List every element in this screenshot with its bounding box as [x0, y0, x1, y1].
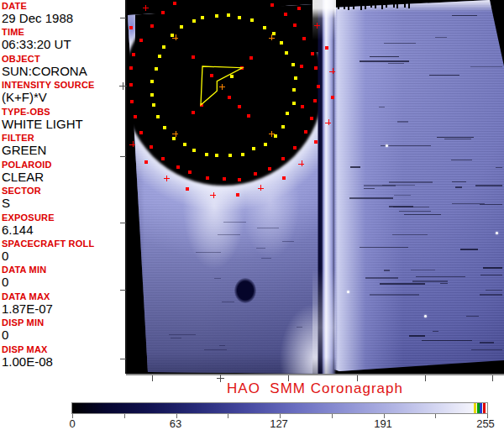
meta-label: DATA MAX [2, 291, 124, 302]
meta-value: 1.87E-07 [2, 302, 124, 316]
meta-entry: FILTERGREEN [2, 133, 124, 159]
meta-value: S [2, 197, 124, 210]
meta-entry: EXPOSURE6.144 [2, 212, 124, 239]
meta-value: WHITE LIGHT [2, 118, 124, 131]
colorbar-tick-label: 0 [69, 417, 75, 430]
sun-center-axis-marker [123, 82, 123, 90]
colorbar-tick [228, 414, 228, 418]
meta-label: INTENSITY SOURCE [2, 80, 124, 90]
image-frame-border-left [125, 0, 127, 374]
meta-value: 29 Dec 1988 [2, 12, 124, 25]
meta-entry: TYPE-OBSWHITE LIGHT [2, 107, 124, 133]
colorbar-tick [435, 414, 436, 418]
colorbar-tick-label: 191 [374, 417, 392, 430]
meta-entry: DATA MIN0 [2, 265, 124, 291]
meta-value: 0 [2, 249, 124, 263]
meta-label: FILTER [2, 133, 124, 143]
meta-label: DISP MIN [2, 317, 124, 328]
colorbar-annotation-stripe [474, 403, 476, 413]
meta-label: SECTOR [2, 186, 124, 196]
axis-tick [120, 290, 126, 291]
meta-value: SUN:CORONA [2, 65, 124, 78]
colorbar-annotation-stripe [480, 403, 482, 413]
meta-label: DATA MIN [2, 265, 124, 275]
meta-label: EXPOSURE [2, 212, 124, 223]
colorbar [71, 402, 488, 414]
axis-tick [120, 156, 126, 157]
meta-value: 0 [2, 328, 124, 342]
image-frame-border-bottom [126, 374, 504, 375]
meta-value: 06:33:20 UT [2, 38, 124, 51]
axis-tick [120, 223, 126, 223]
meta-entry: SPACECRAFT ROLL0 [2, 239, 124, 265]
meta-value: CLEAR [2, 170, 124, 184]
colorbar-tick-label: 63 [170, 417, 181, 430]
meta-entry: POLAROIDCLEAR [2, 160, 124, 186]
meta-label: POLAROID [2, 160, 124, 170]
meta-entry: INTENSITY SOURCE(K+F)*V [2, 80, 124, 106]
meta-label: TYPE-OBS [2, 107, 124, 117]
fov-polygon-overlay [126, 0, 504, 374]
colorbar-tick [332, 414, 333, 418]
meta-entry: DISP MIN0 [2, 317, 124, 343]
meta-label: OBJECT [2, 54, 124, 64]
colorbar-tick-label: 255 [476, 417, 495, 430]
metadata-panel: DATE29 Dec 1988TIME06:33:20 UTOBJECTSUN:… [0, 0, 124, 375]
meta-entry: DATE29 Dec 1988 [2, 1, 124, 27]
colorbar-annotation-stripe [477, 403, 480, 413]
meta-entry: OBJECTSUN:CORONA [2, 54, 124, 80]
white-speck [496, 232, 498, 234]
meta-label: TIME [2, 27, 124, 37]
meta-entry: DATA MAX1.87E-07 [2, 291, 124, 317]
meta-entry: SECTORS [2, 186, 124, 212]
coronagraph-viewer-window: DATE29 Dec 1988TIME06:33:20 UTOBJECTSUN:… [0, 0, 504, 430]
meta-value: 6.144 [2, 223, 124, 237]
meta-value: 1.00E-08 [2, 355, 124, 369]
image-panel [126, 0, 504, 374]
meta-value: GREEN [2, 144, 124, 157]
colorbar-annotation-stripe [483, 403, 486, 413]
meta-label: DISP MAX [2, 344, 124, 354]
meta-value: 0 [2, 275, 124, 289]
meta-entry: TIME06:33:20 UT [2, 27, 124, 53]
axis-tick [120, 359, 126, 359]
axis-tick [120, 18, 126, 18]
meta-label: DATE [2, 1, 124, 11]
meta-entry: DISP MAX1.00E-08 [2, 344, 124, 370]
white-speck [424, 315, 427, 317]
colorbar-tick-label: 127 [270, 417, 288, 430]
white-speck [347, 291, 349, 293]
meta-label: SPACECRAFT ROLL [2, 239, 124, 249]
footer-title: HAO SMM Coronagraph [126, 380, 504, 396]
meta-value: (K+F)*V [2, 91, 124, 104]
colorbar-tick [124, 414, 125, 418]
white-speck [386, 144, 388, 147]
